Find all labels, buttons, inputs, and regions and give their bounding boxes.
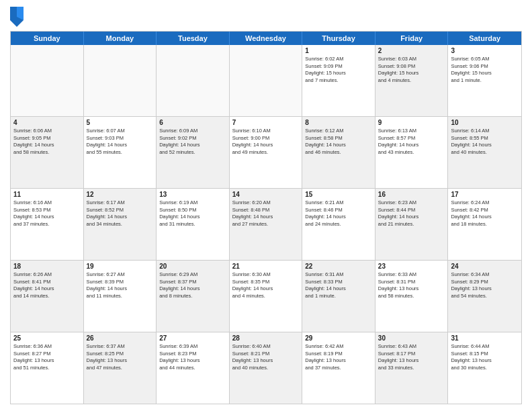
calendar-cell: 31Sunrise: 6:44 AMSunset: 8:15 PMDayligh… (448, 332, 521, 404)
cell-info: Sunrise: 6:30 AMSunset: 8:35 PMDaylight:… (232, 271, 300, 300)
header (10, 7, 522, 27)
logo-icon (10, 7, 24, 27)
day-number: 12 (87, 191, 154, 198)
calendar-cell: 27Sunrise: 6:39 AMSunset: 8:23 PMDayligh… (157, 332, 230, 404)
day-number: 31 (451, 334, 519, 342)
calendar-week-2: 4Sunrise: 6:06 AMSunset: 9:05 PMDaylight… (11, 117, 521, 189)
cell-info: Sunrise: 6:05 AMSunset: 9:06 PMDaylight:… (451, 56, 519, 84)
calendar-cell: 14Sunrise: 6:20 AMSunset: 8:48 PMDayligh… (230, 189, 303, 260)
calendar-cell: 12Sunrise: 6:17 AMSunset: 8:52 PMDayligh… (84, 189, 157, 260)
day-number: 9 (378, 119, 445, 126)
calendar-cell (230, 45, 303, 116)
calendar-cell: 23Sunrise: 6:33 AMSunset: 8:31 PMDayligh… (375, 261, 449, 332)
cell-info: Sunrise: 6:40 AMSunset: 8:21 PMDaylight:… (232, 343, 300, 371)
day-of-week-saturday: Saturday (448, 32, 521, 45)
calendar-cell (84, 45, 157, 116)
calendar-cell: 16Sunrise: 6:23 AMSunset: 8:44 PMDayligh… (375, 189, 449, 260)
day-of-week-monday: Monday (84, 32, 157, 45)
cell-info: Sunrise: 6:27 AMSunset: 8:39 PMDaylight:… (87, 271, 154, 300)
day-of-week-tuesday: Tuesday (157, 32, 230, 45)
cell-info: Sunrise: 6:02 AMSunset: 9:09 PMDaylight:… (305, 56, 372, 84)
cell-info: Sunrise: 6:34 AMSunset: 8:29 PMDaylight:… (451, 271, 519, 300)
calendar-cell (11, 45, 84, 116)
calendar-cell: 17Sunrise: 6:24 AMSunset: 8:42 PMDayligh… (448, 189, 521, 260)
calendar-cell: 20Sunrise: 6:29 AMSunset: 8:37 PMDayligh… (157, 261, 230, 332)
cell-info: Sunrise: 6:03 AMSunset: 9:08 PMDaylight:… (378, 56, 445, 84)
day-number: 6 (159, 119, 226, 126)
day-number: 20 (159, 263, 226, 270)
calendar-cell: 13Sunrise: 6:19 AMSunset: 8:50 PMDayligh… (157, 189, 230, 260)
day-number: 24 (451, 263, 519, 270)
day-number: 17 (451, 191, 519, 198)
calendar-cell: 9Sunrise: 6:13 AMSunset: 8:57 PMDaylight… (375, 117, 449, 188)
cell-info: Sunrise: 6:24 AMSunset: 8:42 PMDaylight:… (451, 199, 519, 228)
calendar-week-4: 18Sunrise: 6:26 AMSunset: 8:41 PMDayligh… (11, 261, 521, 332)
cell-info: Sunrise: 6:21 AMSunset: 8:46 PMDaylight:… (305, 199, 372, 228)
day-of-week-thursday: Thursday (302, 32, 375, 45)
cell-info: Sunrise: 6:42 AMSunset: 8:19 PMDaylight:… (305, 343, 372, 371)
cell-info: Sunrise: 6:39 AMSunset: 8:23 PMDaylight:… (159, 343, 226, 371)
calendar-cell: 10Sunrise: 6:14 AMSunset: 8:55 PMDayligh… (448, 117, 521, 188)
calendar-cell: 21Sunrise: 6:30 AMSunset: 8:35 PMDayligh… (230, 261, 303, 332)
day-number: 21 (232, 263, 300, 270)
cell-info: Sunrise: 6:13 AMSunset: 8:57 PMDaylight:… (378, 128, 445, 156)
cell-info: Sunrise: 6:43 AMSunset: 8:17 PMDaylight:… (378, 343, 445, 371)
cell-info: Sunrise: 6:20 AMSunset: 8:48 PMDaylight:… (232, 199, 300, 228)
calendar-week-3: 11Sunrise: 6:16 AMSunset: 8:53 PMDayligh… (11, 189, 521, 261)
day-number: 11 (13, 191, 81, 198)
calendar-cell: 5Sunrise: 6:07 AMSunset: 9:03 PMDaylight… (84, 117, 157, 188)
cell-info: Sunrise: 6:17 AMSunset: 8:52 PMDaylight:… (87, 199, 154, 228)
day-number: 18 (13, 263, 81, 270)
calendar-cell: 29Sunrise: 6:42 AMSunset: 8:19 PMDayligh… (302, 332, 375, 404)
day-number: 26 (87, 334, 154, 342)
logo (10, 7, 26, 27)
cell-info: Sunrise: 6:06 AMSunset: 9:05 PMDaylight:… (13, 128, 81, 156)
cell-info: Sunrise: 6:26 AMSunset: 8:41 PMDaylight:… (13, 271, 81, 300)
calendar-cell: 15Sunrise: 6:21 AMSunset: 8:46 PMDayligh… (302, 189, 375, 260)
calendar: SundayMondayTuesdayWednesdayThursdayFrid… (10, 31, 522, 404)
day-number: 25 (13, 334, 81, 342)
calendar-header: SundayMondayTuesdayWednesdayThursdayFrid… (11, 32, 521, 45)
cell-info: Sunrise: 6:29 AMSunset: 8:37 PMDaylight:… (159, 271, 226, 300)
calendar-week-5: 25Sunrise: 6:36 AMSunset: 8:27 PMDayligh… (11, 332, 521, 404)
calendar-cell: 26Sunrise: 6:37 AMSunset: 8:25 PMDayligh… (84, 332, 157, 404)
cell-info: Sunrise: 6:19 AMSunset: 8:50 PMDaylight:… (159, 199, 226, 228)
cell-info: Sunrise: 6:36 AMSunset: 8:27 PMDaylight:… (13, 343, 81, 371)
day-number: 19 (87, 263, 154, 270)
calendar-cell: 7Sunrise: 6:10 AMSunset: 9:00 PMDaylight… (230, 117, 303, 188)
calendar-cell: 18Sunrise: 6:26 AMSunset: 8:41 PMDayligh… (11, 261, 84, 332)
day-number: 8 (305, 119, 372, 126)
cell-info: Sunrise: 6:10 AMSunset: 9:00 PMDaylight:… (232, 128, 300, 156)
day-number: 13 (159, 191, 226, 198)
day-of-week-wednesday: Wednesday (230, 32, 303, 45)
calendar-cell: 25Sunrise: 6:36 AMSunset: 8:27 PMDayligh… (11, 332, 84, 404)
cell-info: Sunrise: 6:09 AMSunset: 9:02 PMDaylight:… (159, 128, 226, 156)
calendar-cell (157, 45, 230, 116)
cell-info: Sunrise: 6:44 AMSunset: 8:15 PMDaylight:… (451, 343, 519, 371)
day-number: 15 (305, 191, 372, 198)
calendar-cell: 22Sunrise: 6:31 AMSunset: 8:33 PMDayligh… (302, 261, 375, 332)
day-number: 29 (305, 334, 372, 342)
calendar-cell: 28Sunrise: 6:40 AMSunset: 8:21 PMDayligh… (230, 332, 303, 404)
cell-info: Sunrise: 6:14 AMSunset: 8:55 PMDaylight:… (451, 128, 519, 156)
day-number: 3 (451, 47, 519, 54)
day-of-week-friday: Friday (375, 32, 449, 45)
day-number: 2 (378, 47, 445, 54)
page: SundayMondayTuesdayWednesdayThursdayFrid… (0, 0, 532, 411)
calendar-cell: 24Sunrise: 6:34 AMSunset: 8:29 PMDayligh… (448, 261, 521, 332)
calendar-cell: 8Sunrise: 6:12 AMSunset: 8:58 PMDaylight… (302, 117, 375, 188)
calendar-cell: 3Sunrise: 6:05 AMSunset: 9:06 PMDaylight… (448, 45, 521, 116)
calendar-cell: 2Sunrise: 6:03 AMSunset: 9:08 PMDaylight… (375, 45, 449, 116)
calendar-week-1: 1Sunrise: 6:02 AMSunset: 9:09 PMDaylight… (11, 45, 521, 117)
cell-info: Sunrise: 6:31 AMSunset: 8:33 PMDaylight:… (305, 271, 372, 300)
cell-info: Sunrise: 6:07 AMSunset: 9:03 PMDaylight:… (87, 128, 154, 156)
day-number: 28 (232, 334, 300, 342)
day-number: 7 (232, 119, 300, 126)
calendar-cell: 4Sunrise: 6:06 AMSunset: 9:05 PMDaylight… (11, 117, 84, 188)
cell-info: Sunrise: 6:12 AMSunset: 8:58 PMDaylight:… (305, 128, 372, 156)
calendar-cell: 1Sunrise: 6:02 AMSunset: 9:09 PMDaylight… (302, 45, 375, 116)
calendar-cell: 30Sunrise: 6:43 AMSunset: 8:17 PMDayligh… (375, 332, 449, 404)
cell-info: Sunrise: 6:33 AMSunset: 8:31 PMDaylight:… (378, 271, 445, 300)
day-number: 1 (305, 47, 372, 54)
day-of-week-sunday: Sunday (11, 32, 84, 45)
